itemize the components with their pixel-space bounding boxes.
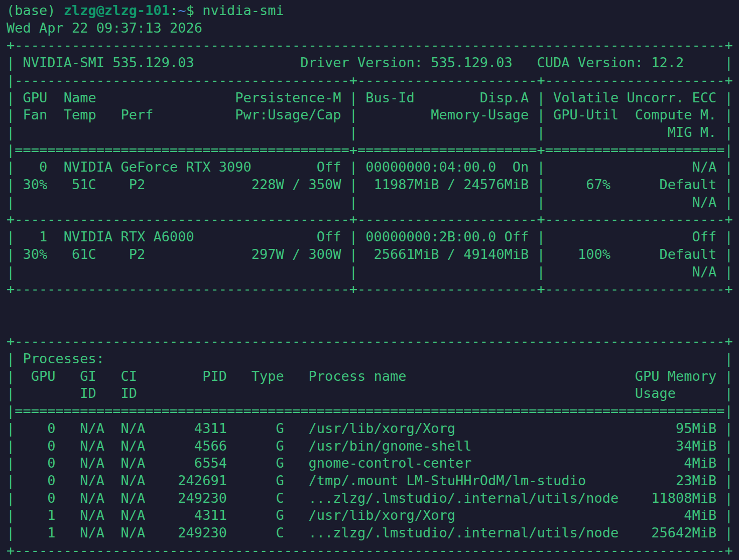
terminal-output-line: | 0 N/A N/A 4566 G /usr/bin/gnome-shell … (7, 438, 739, 455)
terminal-output-line: +---------------------------------------… (7, 333, 739, 350)
terminal-output-line: | GPU Name Persistence-M | Bus-Id Disp.A… (7, 89, 739, 107)
terminal-output-line: | | | N/A | (7, 194, 739, 211)
terminal-output-line: |---------------------------------------… (7, 72, 739, 89)
terminal-output-line: | | | MIG M. | (7, 124, 739, 142)
terminal-output-line: | 30% 51C P2 228W / 350W | 11987MiB / 24… (7, 176, 739, 194)
prompt-path-tilde: ~ (178, 3, 186, 18)
terminal-output-line: | 1 N/A N/A 249230 C ...zlzg/.lmstudio/.… (7, 524, 739, 542)
terminal-output-line: | Processes: | (7, 350, 739, 368)
terminal-output-line: | 0 N/A N/A 4311 G /usr/lib/xorg/Xorg 95… (7, 420, 739, 438)
terminal-output-line: | 0 N/A N/A 242691 G /tmp/.mount_LM-StuH… (7, 472, 739, 490)
prompt-colon: : (170, 3, 178, 18)
terminal-output-line: | Fan Temp Perf Pwr:Usage/Cap | Memory-U… (7, 106, 739, 124)
terminal-output-line: +---------------------------------------… (7, 542, 739, 559)
terminal-output-line: | 0 NVIDIA GeForce RTX 3090 Off | 000000… (7, 159, 739, 176)
terminal-output-line: |=======================================… (7, 402, 739, 420)
conda-env-prefix: (base) (7, 3, 64, 18)
shell-prompt-line: (base) zlzg@zlzg-101:~$ nvidia-smi (7, 2, 739, 20)
terminal-output-line: | 0 N/A N/A 249230 C ...zlzg/.lmstudio/.… (7, 490, 739, 507)
terminal-output-line: | NVIDIA-SMI 535.129.03 Driver Version: … (7, 54, 739, 72)
typed-command: nvidia-smi (202, 3, 284, 18)
terminal-output-line: +---------------------------------------… (7, 211, 739, 228)
terminal-output-line: | 1 NVIDIA RTX A6000 Off | 00000000:2B:0… (7, 228, 739, 246)
terminal-window: (base) zlzg@zlzg-101:~$ nvidia-smi Wed A… (0, 0, 739, 560)
terminal-output-line: | 0 N/A N/A 6554 G gnome-control-center … (7, 455, 739, 472)
terminal-output-line: +---------------------------------------… (7, 37, 739, 54)
terminal-output-line: Wed Apr 22 09:37:13 2026 (7, 20, 739, 37)
terminal-output-line: +---------------------------------------… (7, 281, 739, 298)
terminal-output-line: |=======================================… (7, 142, 739, 159)
terminal-output-line: | 1 N/A N/A 4311 G /usr/lib/xorg/Xorg 4M… (7, 507, 739, 524)
terminal-output-line: | ID ID Usage | (7, 385, 739, 402)
terminal-output-line (7, 298, 739, 316)
terminal-output: Wed Apr 22 09:37:13 2026+---------------… (7, 20, 739, 559)
terminal-output-line: | | | N/A | (7, 263, 739, 281)
terminal-output-line: | GPU GI CI PID Type Process name GPU Me… (7, 368, 739, 385)
terminal-output-line: | 30% 61C P2 297W / 300W | 25661MiB / 49… (7, 246, 739, 263)
prompt-dollar-sign: $ (186, 3, 203, 18)
terminal-output-line (7, 316, 739, 333)
prompt-user-host: zlzg@zlzg-101 (64, 3, 170, 18)
